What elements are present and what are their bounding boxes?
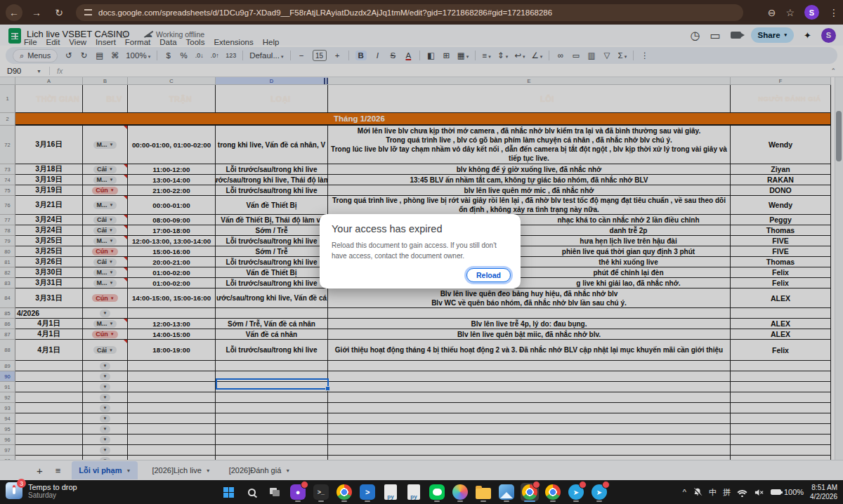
notification-badge [301, 481, 308, 489]
site-info-icon[interactable] [84, 9, 92, 15]
task-view-icon[interactable] [266, 483, 284, 501]
browser-back-button[interactable]: ← [6, 4, 22, 21]
line-app-icon[interactable] [428, 483, 446, 501]
hidden-icons-chevron[interactable]: ^ [683, 488, 686, 496]
browser-toolbar: ← → ↻ docs.google.com/spreadsheets/d/1DC… [0, 0, 843, 25]
date-label: 4/2/2026 [810, 492, 837, 501]
ime-language-indicator[interactable]: 中 [709, 487, 717, 498]
file-explorer-icon[interactable] [474, 483, 492, 501]
python-file-icon-2[interactable]: py [405, 483, 423, 501]
taskbar-search-icon[interactable] [242, 483, 261, 501]
battery-icon [771, 489, 781, 495]
chrome-profile-icon[interactable] [335, 483, 353, 501]
terminal-icon[interactable]: >_ [312, 483, 330, 501]
dialog-title: Your access has expired [332, 223, 442, 234]
start-button[interactable] [219, 483, 237, 501]
powershell-icon[interactable]: > [358, 483, 377, 501]
notification-badge [532, 481, 540, 489]
notification-badge [602, 481, 610, 489]
chrome-icon[interactable] [544, 483, 562, 501]
battery-percent: 100% [784, 488, 804, 496]
browser-profile-avatar[interactable]: S [804, 5, 819, 20]
weather-icon: 3 [6, 482, 22, 499]
weather-title: Temps to drop [28, 483, 77, 491]
weather-badge: 3 [17, 479, 26, 488]
telegram-icon[interactable]: ➤ [567, 483, 585, 501]
clock[interactable]: 8:51 AM 4/2/2026 [810, 483, 837, 501]
browser-refresh-button[interactable]: ↻ [51, 4, 67, 21]
wifi-icon[interactable] [737, 488, 747, 497]
ime-mode-indicator[interactable]: 拼 [723, 487, 731, 498]
address-bar[interactable]: docs.google.com/spreadsheets/d/1DCu9g7-X… [76, 4, 743, 21]
python-file-icon[interactable]: py [381, 483, 400, 501]
chat-app-icon[interactable]: ● [289, 483, 307, 501]
weather-subtitle: Saturday [28, 491, 77, 499]
access-expired-dialog: Your access has expired Reload this docu… [320, 214, 521, 289]
volume-muted-icon[interactable] [754, 488, 764, 497]
reload-button[interactable]: Reload [466, 268, 511, 282]
zoom-out-icon[interactable]: ⊖ [768, 7, 776, 18]
chrome-active-icon[interactable] [521, 483, 539, 501]
browser-menu-icon[interactable]: ⋮ [829, 7, 839, 18]
windows-taskbar: 3 Temps to drop Saturday ● >_ > py py ➤ … [0, 480, 843, 504]
bookmark-star-icon[interactable]: ☆ [785, 7, 795, 18]
weather-widget[interactable]: 3 Temps to drop Saturday [6, 482, 77, 499]
notifications-muted-icon[interactable] [693, 487, 702, 497]
notification-badge [579, 481, 587, 489]
url-text: docs.google.com/spreadsheets/d/1DCu9g7-X… [98, 8, 552, 17]
screen: ← → ↻ docs.google.com/spreadsheets/d/1DC… [0, 0, 843, 504]
battery-indicator[interactable]: 100% [771, 488, 804, 496]
telegram-icon-2[interactable]: ➤ [590, 483, 608, 501]
dialog-body-text: Reload this document to gain access. If … [332, 241, 509, 261]
copilot-icon[interactable] [451, 483, 469, 501]
time-label: 8:51 AM [810, 483, 837, 492]
browser-forward-button[interactable]: → [28, 4, 45, 21]
photos-app-icon[interactable] [497, 483, 516, 501]
